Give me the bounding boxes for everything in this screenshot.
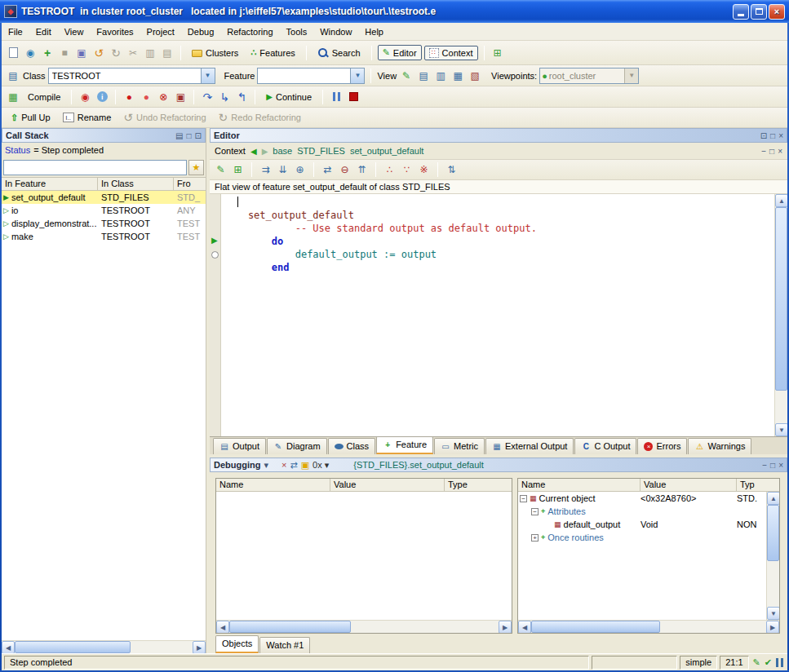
code-area[interactable]: ▶ set_output_default -- Use standard out… xyxy=(210,194,787,436)
tab-errors[interactable]: ×Errors xyxy=(637,438,687,454)
menu-project[interactable]: Project xyxy=(140,24,181,39)
redo-refactoring-button[interactable]: ↻ Redo Refactoring xyxy=(214,108,306,126)
context-toggle-button[interactable]: ∷ Context xyxy=(424,46,478,60)
menu-edit[interactable]: Edit xyxy=(29,24,58,39)
scroll-left-icon[interactable]: ◀ xyxy=(2,641,15,654)
scroll-track[interactable] xyxy=(229,621,499,633)
info-icon[interactable]: i xyxy=(95,90,109,104)
exchange-view-icon[interactable]: ⇄ xyxy=(290,460,297,471)
open-file-icon[interactable]: ◉ xyxy=(23,46,38,60)
watch-tool-icon[interactable]: ▣ xyxy=(301,460,309,471)
hex-toggle[interactable]: 0x ▾ xyxy=(312,460,329,471)
history-back-button[interactable]: ◀ xyxy=(250,147,257,156)
menu-view[interactable]: View xyxy=(58,24,91,39)
tab-objects[interactable]: Objects xyxy=(215,635,259,653)
disable-breakpoints-icon[interactable]: ● xyxy=(139,90,153,104)
debugging-dropdown-icon[interactable]: ▾ xyxy=(264,460,268,471)
tab-diagram[interactable]: ✎Diagram xyxy=(267,438,327,454)
maximize-pane-icon[interactable]: □ xyxy=(770,461,775,470)
breakpoint-slot-icon[interactable] xyxy=(211,251,219,259)
feature-combobox[interactable]: ▼ xyxy=(257,68,365,84)
pull-up-button[interactable]: ⇧ Pull Up xyxy=(6,110,55,126)
maximize-panel-icon[interactable]: □ xyxy=(770,131,775,140)
copy-icon[interactable]: ▥ xyxy=(143,46,157,60)
contract-view-icon[interactable]: ▦ xyxy=(450,69,465,83)
redo-icon[interactable]: ↻ xyxy=(109,46,123,60)
restore-button[interactable] xyxy=(751,4,767,20)
compile-button[interactable]: Compile xyxy=(23,90,65,104)
pause-button[interactable] xyxy=(329,90,344,104)
suppliers-icon[interactable]: ※ xyxy=(417,163,431,177)
menu-debug[interactable]: Debug xyxy=(181,24,220,39)
scroll-track[interactable] xyxy=(775,207,787,423)
menu-window[interactable]: Window xyxy=(313,24,358,39)
column-type[interactable]: Type xyxy=(445,479,512,491)
minimize-pane-icon[interactable]: − xyxy=(762,461,767,470)
column-in-class[interactable]: In Class xyxy=(98,178,174,190)
scroll-down-icon[interactable]: ▼ xyxy=(767,607,779,620)
scroll-track[interactable] xyxy=(15,641,193,653)
scroll-track[interactable] xyxy=(767,505,779,607)
breadcrumb-class[interactable]: STD_FILES xyxy=(297,146,345,156)
sync-context-icon[interactable]: ⇅ xyxy=(445,163,459,177)
scroll-left-icon[interactable]: ◀ xyxy=(518,621,531,634)
menu-file[interactable]: File xyxy=(2,24,29,39)
scroll-right-icon[interactable]: ▶ xyxy=(499,621,512,634)
close-pane-icon[interactable]: × xyxy=(778,147,782,156)
rename-button[interactable]: I.. Rename xyxy=(58,110,117,125)
open-new-editor-icon[interactable]: ⊞ xyxy=(231,163,245,177)
clusters-button[interactable]: Clusters xyxy=(187,46,243,60)
menu-refactoring[interactable]: Refactoring xyxy=(220,24,279,39)
scroll-thumb[interactable] xyxy=(229,621,351,633)
column-value[interactable]: Value xyxy=(641,479,737,491)
call-stack-row[interactable]: ▶set_output_default STD_FILES STD_ xyxy=(2,191,206,204)
history-forward-button[interactable]: ▶ xyxy=(262,147,268,156)
call-stack-row[interactable]: ▷display_demonstrat... TESTROOT TEST xyxy=(2,217,206,230)
scroll-up-icon[interactable]: ▲ xyxy=(775,194,787,207)
step-into-icon[interactable]: ↳ xyxy=(217,90,232,104)
paste-icon[interactable]: ▤ xyxy=(160,46,175,60)
class-dropdown-icon[interactable]: ▼ xyxy=(201,69,215,83)
breadcrumb-cluster[interactable]: base xyxy=(273,146,292,156)
features-button[interactable]: ∴ Features xyxy=(246,45,299,60)
menu-tools[interactable]: Tools xyxy=(280,24,314,39)
call-stack-header[interactable]: Call Stack ▤ □ ⊡ xyxy=(2,128,206,143)
editor-toggle-button[interactable]: ✎ Editor xyxy=(378,45,422,60)
minimize-button[interactable] xyxy=(733,4,749,20)
maximize-pane-icon[interactable]: □ xyxy=(769,147,774,156)
objects-hscrollbar[interactable]: ◀ ▶ xyxy=(518,620,779,633)
scroll-track[interactable] xyxy=(531,621,766,633)
column-type[interactable]: Typ xyxy=(737,479,779,491)
watch-hscrollbar[interactable]: ◀ ▶ xyxy=(216,620,512,633)
float-panel-icon[interactable]: ⊡ xyxy=(760,131,767,140)
menu-favorites[interactable]: Favorites xyxy=(90,24,140,39)
scroll-thumb[interactable] xyxy=(767,505,779,561)
undo-icon[interactable]: ↺ xyxy=(91,46,106,60)
implementers-icon[interactable]: ⇄ xyxy=(321,163,335,177)
undo-refactoring-button[interactable]: ↺ Undo Refactoring xyxy=(118,108,211,126)
continue-button[interactable]: ▶ Continue xyxy=(261,90,317,104)
new-file-icon[interactable] xyxy=(6,46,20,60)
scroll-right-icon[interactable]: ▶ xyxy=(193,641,206,654)
feature-input[interactable] xyxy=(258,69,350,82)
scroll-right-icon[interactable]: ▶ xyxy=(766,621,779,634)
enable-breakpoints-icon[interactable]: ● xyxy=(122,90,136,104)
close-button[interactable]: × xyxy=(769,4,785,20)
breadcrumb-feature[interactable]: set_output_default xyxy=(350,146,424,156)
remove-breakpoints-icon[interactable]: ⊗ xyxy=(156,90,171,104)
watch-empty-area[interactable] xyxy=(216,492,512,620)
save-icon[interactable]: ▣ xyxy=(74,46,89,60)
close-view-icon[interactable]: × xyxy=(281,460,286,470)
expand-icon[interactable]: + xyxy=(531,534,539,542)
scroll-thumb[interactable] xyxy=(15,641,131,653)
step-over-icon[interactable]: ↷ xyxy=(200,90,215,104)
assigners-icon[interactable]: ⊕ xyxy=(293,163,307,177)
objects-vscrollbar[interactable]: ▲ ▼ xyxy=(766,492,779,620)
stop-process-icon[interactable]: ■ xyxy=(57,46,72,60)
feature-dropdown-icon[interactable]: ▼ xyxy=(350,69,364,83)
call-stack-hscrollbar[interactable]: ◀ ▶ xyxy=(2,640,206,653)
editor-gutter[interactable]: ▶ xyxy=(210,194,221,436)
call-stack-row[interactable]: ▷io TESTROOT ANY xyxy=(2,204,206,217)
scroll-down-icon[interactable]: ▼ xyxy=(775,423,787,436)
tab-metric[interactable]: ▭Metric xyxy=(434,438,485,454)
